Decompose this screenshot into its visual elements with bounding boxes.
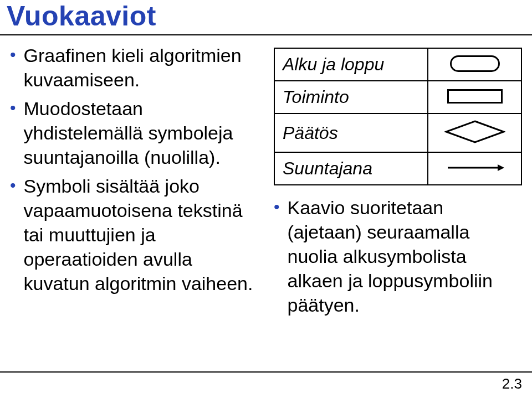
bullet-item: • Kaavio suoritetaan (ajetaan) seuraamal… bbox=[274, 195, 522, 317]
columns: • Graafinen kieli algoritmien kuvaamisee… bbox=[10, 43, 522, 322]
left-column: • Graafinen kieli algoritmien kuvaamisee… bbox=[10, 43, 258, 322]
bullet-text: Muodostetaan yhdistelemällä symboleja su… bbox=[24, 96, 258, 169]
symbol-cell bbox=[428, 48, 521, 81]
page-number: 2.3 bbox=[502, 375, 522, 392]
bullet-dot-icon: • bbox=[10, 175, 16, 196]
bullet-text: Graafinen kieli algoritmien kuvaamiseen. bbox=[24, 43, 258, 92]
title-rule bbox=[0, 34, 532, 35]
bullet-dot-icon: • bbox=[10, 44, 16, 65]
process-icon bbox=[447, 89, 503, 104]
terminator-icon bbox=[450, 55, 500, 72]
bullet-item: • Graafinen kieli algoritmien kuvaamisee… bbox=[10, 43, 258, 92]
arrow-icon bbox=[444, 162, 505, 173]
symbol-cell bbox=[428, 152, 521, 185]
slide: Vuokaaviot • Graafinen kieli algoritmien… bbox=[0, 0, 532, 398]
symbol-label: Alku ja loppu bbox=[274, 48, 428, 81]
table-row: Toiminto bbox=[274, 81, 521, 113]
symbol-cell bbox=[428, 113, 521, 152]
symbol-cell bbox=[428, 81, 521, 113]
symbol-label: Toiminto bbox=[274, 81, 428, 113]
page-title: Vuokaaviot bbox=[7, 0, 156, 32]
bullet-item: • Symboli sisältää joko vapaamuotoisena … bbox=[10, 174, 258, 296]
svg-marker-2 bbox=[498, 164, 504, 171]
table-row: Suuntajana bbox=[274, 152, 521, 185]
symbol-label: Suuntajana bbox=[274, 152, 428, 185]
svg-marker-0 bbox=[446, 121, 504, 142]
decision-icon bbox=[444, 120, 505, 144]
bullet-item: • Muodostetaan yhdistelemällä symboleja … bbox=[10, 96, 258, 169]
bullet-dot-icon: • bbox=[10, 97, 16, 118]
table-row: Päätös bbox=[274, 113, 521, 152]
bullet-text: Symboli sisältää joko vapaamuotoisena te… bbox=[24, 174, 258, 296]
bullet-text: Kaavio suoritetaan (ajetaan) seuraamalla… bbox=[288, 195, 522, 317]
symbol-label: Päätös bbox=[274, 113, 428, 152]
bottom-rule bbox=[0, 371, 532, 373]
bullet-dot-icon: • bbox=[274, 197, 280, 218]
right-column: Alku ja loppu Toiminto Päätös bbox=[274, 43, 522, 322]
symbol-table: Alku ja loppu Toiminto Päätös bbox=[274, 48, 522, 185]
table-row: Alku ja loppu bbox=[274, 48, 521, 81]
